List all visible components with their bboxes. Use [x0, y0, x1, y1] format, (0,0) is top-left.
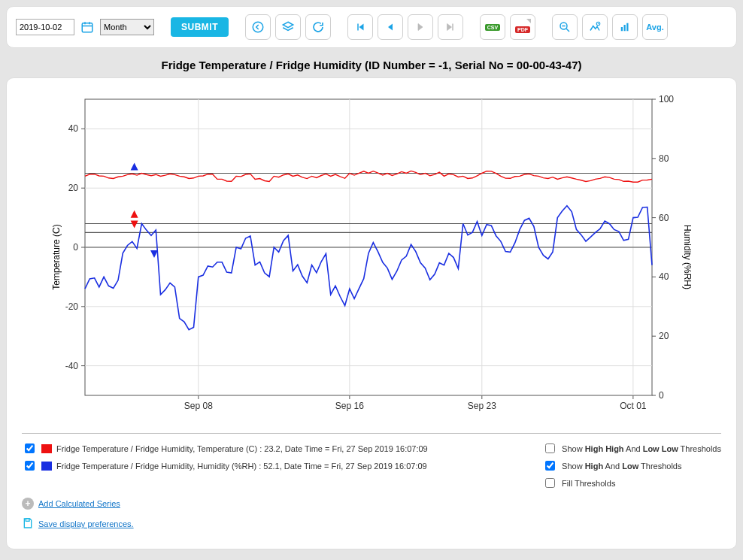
y-axis-right-label: Humidity (%RH) — [682, 225, 693, 289]
legend-temp-checkbox[interactable] — [25, 443, 35, 453]
submit-button[interactable]: SUBMIT — [171, 17, 229, 37]
swatch-red — [41, 444, 52, 453]
swatch-blue — [41, 462, 52, 471]
legend-item-humidity: Fridge Temperature / Fridge Humidity, Hu… — [22, 459, 512, 473]
next-button[interactable] — [408, 14, 433, 40]
threshold-hl-label: Show High And Low Thresholds — [562, 462, 681, 471]
legend-hum-checkbox[interactable] — [25, 461, 35, 471]
pdf-icon: PDF — [515, 20, 530, 35]
svg-text:20: 20 — [68, 183, 79, 193]
date-input[interactable] — [16, 19, 74, 35]
svg-text:40: 40 — [659, 271, 669, 282]
svg-text:60: 60 — [659, 213, 669, 223]
layers-button[interactable] — [275, 14, 301, 40]
threshold-hhll-label: Show High High And Low Low Thresholds — [562, 444, 721, 453]
add-calculated-series-link[interactable]: Add Calculated Series — [38, 499, 120, 508]
legend-item-temperature: Fridge Temperature / Fridge Humidity, Te… — [22, 441, 512, 456]
calendar-icon[interactable] — [79, 19, 96, 35]
period-select[interactable]: Month — [100, 19, 154, 35]
threshold-fill-checkbox[interactable] — [545, 478, 555, 488]
first-button[interactable] — [347, 14, 373, 40]
toolbar: Month SUBMIT CSV PDF Avg. — [6, 6, 737, 48]
settings-chart-button[interactable] — [582, 14, 608, 40]
threshold-hl-checkbox[interactable] — [545, 461, 555, 471]
svg-text:Sep 23: Sep 23 — [468, 401, 496, 411]
threshold-fill-row: Fill Thresholds — [542, 476, 721, 490]
line-chart[interactable]: -40-2002040020406080100Sep 08Sep 16Sep 2… — [41, 92, 696, 422]
svg-point-4 — [253, 22, 263, 32]
svg-text:-40: -40 — [65, 361, 79, 371]
svg-text:40: 40 — [68, 123, 79, 134]
add-calc-row: + Add Calculated Series — [22, 498, 721, 510]
save-preferences-link[interactable]: Save display preferences. — [38, 519, 134, 528]
svg-rect-12 — [626, 23, 628, 32]
csv-icon: CSV — [485, 24, 500, 31]
svg-text:80: 80 — [659, 153, 669, 164]
back-button[interactable] — [245, 14, 271, 40]
svg-text:Oct 01: Oct 01 — [620, 401, 647, 411]
threshold-hhll-checkbox[interactable] — [545, 443, 555, 453]
chart-title: Fridge Temperature / Fridge Humidity (ID… — [6, 48, 737, 77]
legend-hum-label: Fridge Temperature / Fridge Humidity, Hu… — [56, 462, 427, 471]
svg-text:Sep 08: Sep 08 — [184, 401, 213, 411]
svg-rect-0 — [82, 23, 92, 32]
chart-panel: Temperature (C) Humidity (%RH) -40-20020… — [6, 77, 737, 549]
svg-text:0: 0 — [659, 390, 664, 401]
svg-text:0: 0 — [73, 242, 78, 253]
export-csv-button[interactable]: CSV — [480, 14, 505, 40]
last-button[interactable] — [438, 14, 463, 40]
bar-chart-button[interactable] — [612, 14, 638, 40]
svg-text:100: 100 — [659, 94, 674, 104]
svg-rect-10 — [621, 27, 623, 31]
threshold-hhll-row: Show High High And Low Low Thresholds — [542, 441, 721, 456]
plus-icon: + — [22, 498, 34, 510]
svg-line-6 — [566, 29, 569, 32]
zoom-button[interactable] — [552, 14, 578, 40]
avg-button[interactable]: Avg. — [642, 14, 668, 40]
y-axis-left-label: Temperature (C) — [51, 224, 62, 289]
threshold-hl-row: Show High And Low Thresholds — [542, 459, 721, 473]
chart-area: Temperature (C) Humidity (%RH) -40-20020… — [41, 92, 702, 422]
legend: Fridge Temperature / Fridge Humidity, Te… — [22, 433, 721, 490]
legend-temp-label: Fridge Temperature / Fridge Humidity, Te… — [56, 444, 428, 453]
svg-text:-20: -20 — [65, 301, 79, 312]
prev-button[interactable] — [378, 14, 403, 40]
svg-rect-11 — [624, 25, 626, 31]
svg-rect-61 — [26, 519, 29, 521]
export-pdf-button[interactable]: PDF — [510, 14, 535, 40]
svg-text:20: 20 — [659, 331, 669, 341]
save-pref-row: Save display preferences. — [22, 517, 721, 531]
save-icon — [22, 517, 34, 531]
svg-point-9 — [598, 23, 599, 25]
threshold-fill-label: Fill Thresholds — [562, 479, 615, 488]
refresh-button[interactable] — [305, 14, 331, 40]
svg-text:Sep 16: Sep 16 — [335, 401, 364, 411]
